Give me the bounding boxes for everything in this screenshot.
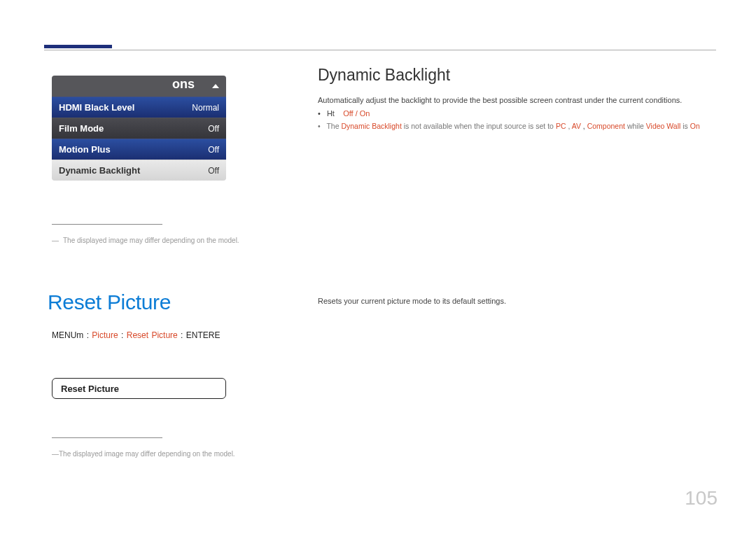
- menu-row-motion-plus[interactable]: Motion Plus Off: [52, 139, 226, 160]
- reset-picture-button-label: Reset Picture: [61, 384, 119, 394]
- menu-row-value: Off: [208, 145, 219, 155]
- note-highlight: On: [690, 122, 700, 130]
- osd-header-partial-text: ons: [172, 77, 195, 92]
- menu-row-hdmi-black-level[interactable]: HDMI Black Level Normal: [52, 97, 226, 118]
- bullet-icon: •: [318, 122, 321, 130]
- osd-menu: ons HDMI Black Level Normal Film Mode Of…: [52, 76, 226, 181]
- desc-dynamic-backlight: Automatically adjust the backlight to pr…: [318, 96, 682, 104]
- footnote-rule-1: [52, 224, 162, 225]
- menu-path-arrow: :: [181, 330, 186, 340]
- footnote-text: The displayed image may differ depending…: [59, 450, 235, 458]
- menu-row-value: Off: [208, 166, 219, 176]
- dash-icon: ―: [52, 450, 59, 458]
- menu-path-enter: ENTERE: [186, 330, 220, 340]
- heading-dynamic-backlight: Dynamic Backlight: [318, 66, 450, 85]
- menu-row-value: Off: [208, 124, 219, 134]
- footnote-text: The displayed image may differ depending…: [63, 237, 239, 244]
- page-number: 105: [685, 487, 718, 510]
- note-highlight: Component: [587, 122, 625, 130]
- note-highlight: PC: [556, 122, 566, 130]
- blue-accent-bar: [44, 45, 112, 48]
- footnote-1: ―The displayed image may differ dependin…: [52, 237, 239, 244]
- note-text: is not available when the input source i…: [404, 122, 556, 130]
- top-horizontal-rule: [44, 50, 716, 50]
- bullet-icon: •: [318, 109, 321, 118]
- option-values: Off / On: [343, 109, 370, 118]
- osd-menu-header: ons: [52, 76, 226, 97]
- note-highlight: Dynamic Backlight: [341, 122, 401, 130]
- menu-path-reset: Reset Picture: [127, 330, 178, 340]
- menu-path-menu: MENUm: [52, 330, 83, 340]
- menu-row-label: Motion Plus: [59, 144, 111, 155]
- note-highlight: AV: [572, 122, 581, 130]
- manual-page: ons HDMI Black Level Normal Film Mode Of…: [0, 0, 756, 534]
- note-prefix: The: [326, 122, 341, 130]
- menu-row-label: HDMI Black Level: [59, 102, 134, 113]
- arrow-up-icon: [212, 84, 219, 88]
- note-text: is: [682, 122, 690, 130]
- note-highlight: Video Wall: [646, 122, 681, 130]
- footnote-rule-2: [52, 437, 162, 438]
- menu-row-label: Film Mode: [59, 123, 104, 134]
- note-text: while: [627, 122, 646, 130]
- menu-row-film-mode[interactable]: Film Mode Off: [52, 118, 226, 139]
- availability-note: • The Dynamic Backlight is not available…: [318, 121, 700, 132]
- menu-row-value: Normal: [192, 103, 219, 113]
- option-prefix: Ht: [327, 109, 335, 118]
- menu-path: MENUm : Picture : Reset Picture : ENTERE: [52, 330, 220, 340]
- reset-picture-button[interactable]: Reset Picture: [52, 378, 226, 399]
- desc-reset-picture: Resets your current picture mode to its …: [318, 297, 506, 305]
- section-title-reset-picture: Reset Picture: [48, 290, 171, 314]
- dash-icon: ―: [52, 237, 59, 244]
- menu-path-arrow: :: [121, 330, 127, 340]
- footnote-2: ―The displayed image may differ dependin…: [52, 450, 235, 458]
- option-line: • Ht Off / On: [318, 109, 370, 118]
- menu-row-label: Dynamic Backlight: [59, 165, 140, 176]
- menu-row-dynamic-backlight[interactable]: Dynamic Backlight Off: [52, 160, 226, 181]
- menu-path-picture: Picture: [92, 330, 118, 340]
